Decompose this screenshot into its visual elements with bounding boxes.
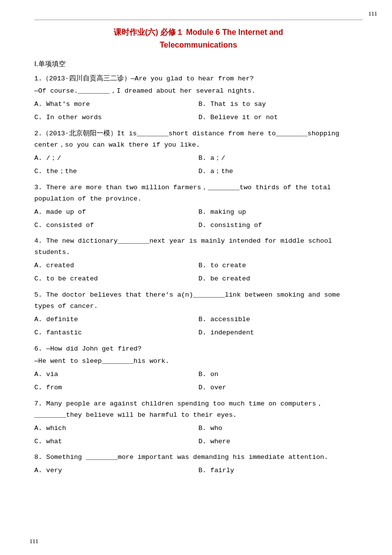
page-number-bottom: 111 bbox=[29, 537, 39, 545]
q8-optB: B. fairly bbox=[198, 465, 363, 477]
question-5: 5. The doctor believes that there's a(n)… bbox=[34, 290, 363, 339]
page-title: 课时作业(六) 必修１ Module 6 The Internet and Te… bbox=[34, 26, 363, 51]
q3-options-row2: C. consisted of D. consisting of bbox=[34, 220, 363, 231]
q4-optB: B. to create bbox=[198, 260, 363, 272]
q3-options: A. made up of B. making up bbox=[34, 207, 363, 218]
q8-optA: A. very bbox=[34, 465, 198, 477]
title-line1: 课时作业(六) 必修１ Module 6 The Internet and bbox=[34, 26, 363, 39]
question-2: 2.（2013·北京朝阳一模）It is________short distan… bbox=[34, 128, 363, 177]
q7-optD: D. where bbox=[198, 436, 363, 448]
q7-options-row2: C. what D. where bbox=[34, 436, 363, 448]
q6-options: A. via B. on bbox=[34, 369, 363, 380]
page-number-top: 111 bbox=[368, 10, 377, 18]
q6-optD: D. over bbox=[198, 382, 363, 394]
q6-optA: A. via bbox=[34, 369, 198, 380]
q4-text: 4. The new dictionary________next year i… bbox=[34, 236, 363, 258]
question-6: 6. —How did John get fired? —He went to … bbox=[34, 344, 363, 394]
q6-options-row2: C. from D. over bbox=[34, 382, 363, 394]
q6-optB: B. on bbox=[198, 369, 363, 380]
q1-continuation: —Of course.________，I dreamed about her … bbox=[34, 86, 363, 97]
q4-options-row2: C. to be created D. be created bbox=[34, 274, 363, 285]
q5-optD: D. independent bbox=[198, 328, 363, 339]
q7-optB: B. who bbox=[198, 423, 363, 434]
q3-optB: B. making up bbox=[198, 207, 363, 218]
question-3: 3. There are more than two million farme… bbox=[34, 182, 363, 231]
q4-optC: C. to be created bbox=[34, 274, 198, 285]
q7-optC: C. what bbox=[34, 436, 198, 448]
q1-optA: A. What's more bbox=[34, 99, 198, 110]
q6-optC: C. from bbox=[34, 382, 198, 394]
q2-optB: B. a；/ bbox=[198, 153, 363, 164]
q7-optA: A. which bbox=[34, 423, 198, 434]
q7-options: A. which B. who bbox=[34, 423, 363, 434]
q6-text: 6. —How did John get fired? bbox=[34, 344, 363, 355]
q4-optD: D. be created bbox=[198, 274, 363, 285]
q3-text: 3. There are more than two million farme… bbox=[34, 182, 363, 205]
q5-options: A. definite B. accessible bbox=[34, 314, 363, 326]
q1-optB: B. That is to say bbox=[198, 99, 363, 110]
question-1: 1.（2013·四川自贡高三二诊）—Are you glad to hear f… bbox=[34, 74, 363, 124]
q2-optC: C. the；the bbox=[34, 166, 198, 177]
q5-optB: B. accessible bbox=[198, 314, 363, 326]
q8-options: A. very B. fairly bbox=[34, 465, 363, 477]
q1-optC: C. In other words bbox=[34, 112, 198, 124]
q2-options: A. /；/ B. a；/ bbox=[34, 153, 363, 164]
q5-options-row2: C. fantastic D. independent bbox=[34, 328, 363, 339]
question-4: 4. The new dictionary________next year i… bbox=[34, 236, 363, 285]
top-divider bbox=[34, 20, 363, 20]
q3-optA: A. made up of bbox=[34, 207, 198, 218]
title-line2: Telecommunications bbox=[34, 39, 363, 51]
q5-optA: A. definite bbox=[34, 314, 198, 326]
q5-text: 5. The doctor believes that there's a(n)… bbox=[34, 290, 363, 312]
q8-text: 8. Something ________more important was … bbox=[34, 452, 363, 463]
section1-header: Ⅰ.单项填空 bbox=[34, 60, 363, 69]
q2-optA: A. /；/ bbox=[34, 153, 198, 164]
q2-optD: D. a；the bbox=[198, 166, 363, 177]
q3-optD: D. consisting of bbox=[198, 220, 363, 231]
q2-text: 2.（2013·北京朝阳一模）It is________short distan… bbox=[34, 128, 363, 151]
q1-options-row2: C. In other words D. Believe it or not bbox=[34, 112, 363, 124]
q7-text: 7. Many people are against children spen… bbox=[34, 399, 363, 421]
q4-optA: A. created bbox=[34, 260, 198, 272]
q5-optC: C. fantastic bbox=[34, 328, 198, 339]
q4-options: A. created B. to create bbox=[34, 260, 363, 272]
q6-continuation: —He went to sleep________his work. bbox=[34, 356, 363, 367]
page: 111 课时作业(六) 必修１ Module 6 The Internet an… bbox=[0, 0, 392, 555]
question-7: 7. Many people are against children spen… bbox=[34, 399, 363, 448]
q1-text: 1.（2013·四川自贡高三二诊）—Are you glad to hear f… bbox=[34, 74, 363, 85]
q1-options: A. What's more B. That is to say bbox=[34, 99, 363, 110]
q2-options-row2: C. the；the D. a；the bbox=[34, 166, 363, 177]
question-8: 8. Something ________more important was … bbox=[34, 452, 363, 477]
q1-optD: D. Believe it or not bbox=[198, 112, 363, 124]
q3-optC: C. consisted of bbox=[34, 220, 198, 231]
